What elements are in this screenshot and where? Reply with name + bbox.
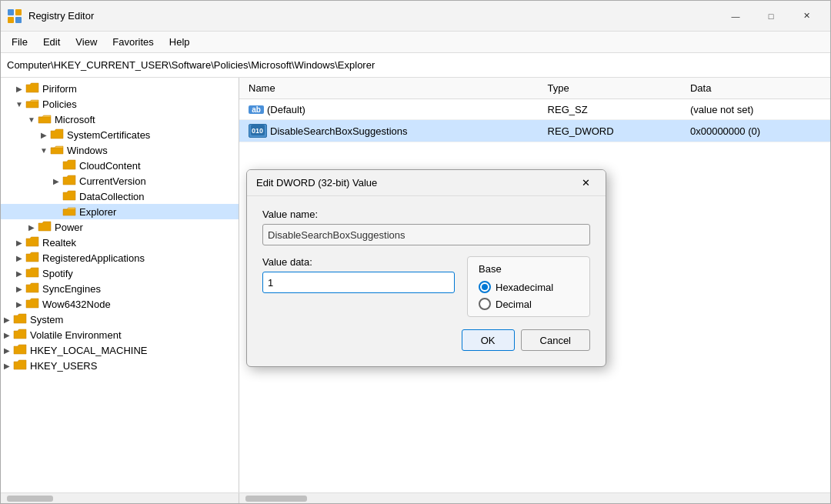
value-data-input[interactable]	[262, 272, 455, 293]
dialog-title: Edit DWORD (32-bit) Value	[256, 177, 575, 189]
dialog-buttons: OK Cancel	[262, 329, 590, 351]
value-data-group: Value data:	[262, 256, 455, 317]
radio-hexadecimal[interactable]: Hexadecimal	[479, 281, 579, 293]
value-data-label: Value data:	[262, 256, 455, 268]
dialog-titlebar: Edit DWORD (32-bit) Value ✕	[247, 170, 606, 196]
base-group: Base Hexadecimal Decimal	[467, 256, 590, 317]
base-title: Base	[479, 263, 579, 275]
ok-button[interactable]: OK	[462, 329, 515, 351]
dialog-overlay: Edit DWORD (32-bit) Value ✕ Value name: …	[0, 0, 831, 504]
cancel-button[interactable]: Cancel	[521, 329, 590, 351]
dialog-close-button[interactable]: ✕	[575, 172, 596, 194]
value-name-input[interactable]	[262, 224, 590, 245]
value-name-group: Value name:	[262, 209, 590, 245]
dialog-body: Value name: Value data: Base Hexadecimal	[247, 196, 606, 366]
radio-decimal[interactable]: Decimal	[479, 298, 579, 310]
edit-dword-dialog: Edit DWORD (32-bit) Value ✕ Value name: …	[246, 169, 606, 367]
value-name-label: Value name:	[262, 209, 590, 220]
data-row: Value data: Base Hexadecimal Decimal	[262, 256, 590, 317]
radio-decimal-btn[interactable]	[479, 298, 491, 310]
radio-hexadecimal-btn[interactable]	[479, 281, 491, 293]
radio-decimal-label: Decimal	[496, 299, 532, 310]
radio-hexadecimal-label: Hexadecimal	[496, 282, 553, 293]
